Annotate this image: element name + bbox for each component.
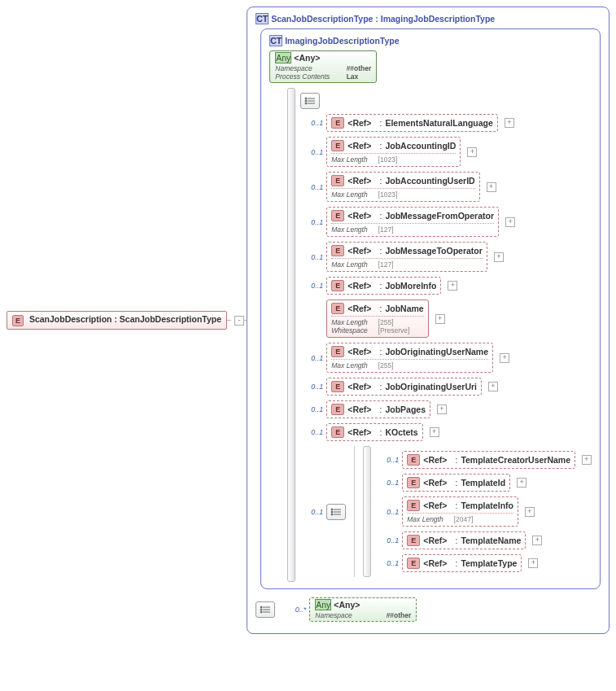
constraints: Max Length [127] (331, 223, 494, 234)
diagram-root: E ScanJobDescription : ScanJobDescriptio… (7, 7, 609, 634)
colon: : (379, 246, 382, 256)
expand-icon[interactable]: + (494, 252, 504, 262)
any-top-node[interactable]: Any <Any> Namespace ##other Process Cont… (269, 50, 377, 83)
expand-icon[interactable]: + (487, 182, 496, 192)
card-label: 0..1 (387, 456, 399, 464)
ref-row: 0..1E<Ref> : JobAccountingUserIDMax Leng… (300, 172, 592, 202)
e-badge: E (407, 477, 420, 488)
expand-icon[interactable]: - (234, 316, 244, 326)
root-element-node[interactable]: E ScanJobDescription : ScanJobDescriptio… (7, 311, 227, 329)
expand-icon[interactable]: + (467, 147, 477, 157)
expand-icon[interactable]: + (437, 405, 447, 414)
ref-name: JobMessageToOperator (385, 246, 482, 256)
ref-box[interactable]: E<Ref> : JobAccountingUserIDMax Length [… (326, 172, 479, 202)
ref-label: <Ref> (423, 558, 447, 568)
ct-badge: CT (256, 13, 269, 24)
e-badge: E (331, 210, 344, 221)
ct-inner[interactable]: CT ImagingJobDescriptionType Any <Any> N… (260, 28, 601, 589)
colon: : (379, 281, 382, 291)
ref-box[interactable]: E<Ref> : TemplateInfoMax Length [2047] (402, 496, 518, 527)
ref-label: <Ref> (347, 176, 371, 186)
ref-name: JobOriginatingUserUri (385, 382, 477, 391)
ref-box[interactable]: E<Ref> : TemplateType (402, 554, 522, 572)
ref-box[interactable]: E<Ref> : JobAccountingIDMax Length [1023… (326, 137, 461, 167)
any-badge: Any (315, 599, 331, 610)
expand-icon[interactable]: + (505, 217, 515, 227)
ref-name: TemplateType (461, 558, 517, 568)
sequence-bar (363, 446, 371, 577)
expand-icon[interactable]: + (525, 507, 535, 517)
expand-icon[interactable]: + (505, 118, 514, 128)
expand-icon[interactable]: + (528, 558, 538, 568)
sequence-icon (256, 601, 275, 618)
colon: : (455, 478, 457, 488)
e-badge: E (407, 558, 420, 569)
colon: : (379, 382, 382, 391)
ref-label: <Ref> (347, 405, 371, 414)
ref-box[interactable]: E<Ref> : JobNameMax Length [255]Whitespa… (326, 300, 428, 338)
colon: : (455, 455, 457, 465)
svg-point-6 (331, 509, 333, 510)
card-label: 0..1 (387, 508, 399, 516)
ref-box[interactable]: E<Ref> : JobOriginatingUserUri (326, 378, 482, 396)
ref-label: <Ref> (347, 427, 371, 437)
ref-box[interactable]: E<Ref> : TemplateCreatorUserName (402, 451, 575, 469)
ref-box[interactable]: E<Ref> : TemplateId (402, 474, 510, 492)
ref-label: <Ref> (423, 478, 447, 488)
card-label: 0..1 (311, 119, 323, 127)
sequence: 0..1E<Ref> : ElementsNaturalLanguage+0..… (269, 88, 592, 582)
constraints: Max Length [127] (331, 258, 483, 269)
ref-row: 0..1E<Ref> : JobPages+ (300, 400, 592, 418)
ref-name: JobMessageFromOperator (385, 211, 494, 221)
bottom-any-row: 0..* Any <Any> Namespace ##other (256, 597, 601, 622)
expand-icon[interactable]: + (532, 536, 542, 545)
ref-label: <Ref> (423, 536, 447, 545)
ref-name: TemplateName (461, 536, 521, 545)
ref-box[interactable]: E<Ref> : JobPages (326, 400, 430, 418)
ref-label: <Ref> (347, 118, 371, 128)
colon: : (379, 176, 382, 186)
expand-icon[interactable]: + (488, 382, 498, 391)
ref-label: <Ref> (347, 347, 371, 356)
ref-name: JobName (385, 304, 423, 313)
svg-point-8 (331, 511, 333, 513)
constraints: Max Length [2047] (407, 513, 513, 523)
e-badge: E (331, 381, 344, 392)
colon: : (455, 536, 457, 545)
expand-icon[interactable]: + (448, 281, 457, 291)
svg-point-2 (305, 100, 307, 102)
ref-name: JobAccountingUserID (385, 176, 474, 186)
ref-box[interactable]: E<Ref> : KOctets (326, 423, 422, 441)
expand-icon[interactable]: + (517, 478, 526, 488)
expand-icon[interactable]: + (430, 427, 439, 437)
ref-row: 0..1E<Ref> : TemplateName+ (376, 531, 592, 549)
colon: : (379, 211, 382, 221)
svg-point-0 (305, 98, 307, 99)
ref-label: <Ref> (347, 281, 371, 291)
ref-box[interactable]: E<Ref> : JobMessageFromOperatorMax Lengt… (326, 207, 499, 237)
e-badge: E (407, 500, 420, 511)
ref-box[interactable]: E<Ref> : TemplateName (402, 531, 526, 549)
constraints: Max Length [255]Whitespace [Preserve] (331, 316, 423, 335)
e-badge: E (331, 303, 344, 314)
expand-icon[interactable]: + (582, 455, 592, 465)
ref-row: 0..1E<Ref> : JobOriginatingUserNameMax L… (300, 343, 592, 373)
expand-icon[interactable]: + (435, 314, 445, 324)
ref-row: 0..1E<Ref> : TemplateInfoMax Length [204… (376, 496, 592, 527)
ref-box[interactable]: E<Ref> : JobMessageToOperatorMax Length … (326, 242, 487, 272)
ref-name: KOctets (385, 427, 417, 437)
ref-box[interactable]: E<Ref> : JobMoreInfo (326, 277, 441, 295)
ct-outer[interactable]: CT ScanJobDescriptionType : ImagingJobDe… (247, 7, 609, 634)
expand-icon[interactable]: + (500, 353, 509, 363)
card-label: 0..1 (387, 559, 399, 567)
any-bottom-node[interactable]: Any <Any> Namespace ##other (309, 597, 417, 622)
card-label: 0..1 (311, 148, 323, 156)
card-label: 0..1 (387, 479, 399, 487)
ref-row: 0..1E<Ref> : TemplateType+ (376, 554, 592, 572)
ref-box[interactable]: E<Ref> : ElementsNaturalLanguage (326, 114, 498, 132)
any-badge: Any (275, 52, 291, 63)
e-badge: E (407, 535, 420, 546)
ref-box[interactable]: E<Ref> : JobOriginatingUserNameMax Lengt… (326, 343, 493, 373)
any-top-attrs: Namespace ##other Process Contents Lax (275, 64, 371, 81)
card-label: 0..1 (311, 218, 323, 226)
